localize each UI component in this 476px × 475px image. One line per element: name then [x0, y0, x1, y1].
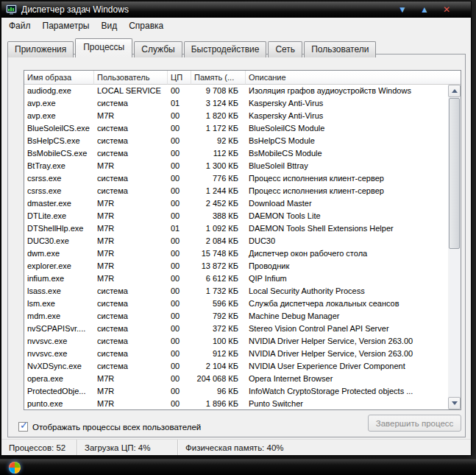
tab-processes[interactable]: Процессы: [75, 38, 132, 57]
menu-item-options[interactable]: Параметры: [37, 18, 96, 33]
cell-user: система: [94, 348, 168, 360]
process-row[interactable]: BsMobileCS.exeсистема00112 КБBsMobileCS …: [24, 147, 448, 160]
cell-memory: 2 084 КБ: [191, 235, 246, 247]
column-header-cpu[interactable]: ЦП: [168, 71, 191, 85]
process-row[interactable]: NvXDSync.exeсистема002 104 КБNVIDIA User…: [24, 360, 448, 373]
cell-user: M7R: [94, 197, 168, 210]
tab-performance[interactable]: Быстродействие: [184, 41, 267, 57]
cell-name: BtTray.exe: [24, 160, 94, 172]
cell-description: Диспетчер окон рабочего стола: [246, 247, 448, 260]
cell-description: BlueSoleilCS Module: [246, 122, 448, 135]
processes-tab-panel: Имя образаПользовательЦППамять (...Описа…: [7, 54, 466, 437]
maximize-button[interactable]: ▲: [413, 2, 436, 17]
cell-user: M7R: [94, 385, 168, 398]
process-row[interactable]: avp.exeM7R001 820 КБKaspersky Anti-Virus: [24, 110, 448, 122]
menu-item-view[interactable]: Вид: [95, 18, 123, 33]
column-header-name[interactable]: Имя образа: [24, 71, 94, 85]
process-row[interactable]: DUC30.exeM7R002 084 КБDUC30: [24, 235, 448, 247]
tab-users[interactable]: Пользователи: [304, 41, 376, 57]
process-row[interactable]: BsHelpCS.exeсистема0092 КБBsHelpCS Modul…: [24, 135, 448, 147]
cell-memory: 1 172 КБ: [191, 122, 246, 135]
process-row[interactable]: mdm.exeсистема00792 КБMachine Debug Mana…: [24, 310, 448, 323]
process-row[interactable]: explorer.exeM7R0013 872 КБПроводник: [24, 260, 448, 272]
cell-memory: 6 612 КБ: [191, 272, 246, 285]
scroll-up-button[interactable]: [448, 85, 461, 97]
cell-user: M7R: [94, 247, 168, 260]
column-header-memory[interactable]: Память (...: [191, 71, 246, 85]
cell-cpu: 00: [168, 122, 191, 135]
cell-description: Punto Switcher: [246, 398, 448, 409]
cell-user: система: [94, 360, 168, 373]
cell-user: система: [94, 335, 168, 348]
cell-name: dmaster.exe: [24, 197, 94, 210]
cell-memory: 912 КБ: [191, 348, 246, 360]
cell-description: NVIDIA Driver Helper Service, Version 26…: [246, 348, 448, 360]
vertical-scrollbar[interactable]: [448, 85, 461, 409]
cell-cpu: 00: [168, 185, 191, 197]
menu-item-file[interactable]: Файл: [3, 18, 37, 33]
checkbox-box[interactable]: ✓: [18, 422, 28, 432]
process-row[interactable]: audiodg.exeLOCAL SERVICE009 708 КБИзоляц…: [24, 85, 448, 97]
cell-user: LOCAL SERVICE: [94, 85, 168, 97]
cell-description: Kaspersky Anti-Virus: [246, 97, 448, 110]
arrow-up-icon: [452, 89, 458, 93]
process-row[interactable]: infium.exeM7R006 612 КБQIP Infium: [24, 272, 448, 285]
process-row[interactable]: nvvsvc.exeсистема00100 КБNVIDIA Driver H…: [24, 335, 448, 348]
process-row[interactable]: lsm.exeсистема00596 КБСлужба диспетчера …: [24, 298, 448, 310]
process-row[interactable]: ProtectedObje...M7R0096 КБInfoWatch Cryp…: [24, 385, 448, 398]
cell-name: avp.exe: [24, 97, 94, 110]
end-process-button[interactable]: Завершить процесс: [368, 415, 461, 432]
cell-description: DUC30: [246, 235, 448, 247]
cell-memory: 1 092 КБ: [191, 222, 246, 235]
process-rows: audiodg.exeLOCAL SERVICE009 708 КБИзоляц…: [24, 85, 448, 409]
cell-memory: 1 820 КБ: [191, 110, 246, 122]
cell-name: BsMobileCS.exe: [24, 147, 94, 160]
scroll-down-button[interactable]: [448, 397, 461, 409]
cell-name: lsm.exe: [24, 298, 94, 310]
cell-cpu: 00: [168, 197, 191, 210]
process-row[interactable]: BlueSoleilCS.exeсистема001 172 КБBlueSol…: [24, 122, 448, 135]
column-header-description[interactable]: Описание: [246, 71, 461, 85]
title-bar[interactable]: Диспетчер задач Windows ▼ ▲ ✕: [1, 1, 471, 18]
cell-description: Kaspersky Anti-Virus: [246, 110, 448, 122]
process-row[interactable]: nvSCPAPISvr....система00372 КБStereo Vis…: [24, 323, 448, 335]
tab-networking[interactable]: Сеть: [268, 41, 302, 57]
status-processes: Процессов: 52: [1, 440, 77, 455]
cell-memory: 1 732 КБ: [191, 285, 246, 298]
process-row[interactable]: nvvsvc.exeсистема00912 КБNVIDIA Driver H…: [24, 348, 448, 360]
column-header-user[interactable]: Пользователь: [94, 71, 168, 85]
cell-name: infium.exe: [24, 272, 94, 285]
menu-item-help[interactable]: Справка: [123, 18, 169, 33]
process-row[interactable]: opera.exeM7R00204 068 КБOpera Internet B…: [24, 373, 448, 385]
process-row[interactable]: punto.exeM7R001 896 КБPunto Switcher: [24, 398, 448, 409]
tab-services[interactable]: Службы: [134, 41, 182, 57]
cell-cpu: 00: [168, 260, 191, 272]
process-row[interactable]: avp.exeсистема013 124 КБKaspersky Anti-V…: [24, 97, 448, 110]
cell-user: M7R: [94, 260, 168, 272]
close-button[interactable]: ✕: [436, 2, 458, 17]
show-all-processes-checkbox[interactable]: ✓ Отображать процессы всех пользователей: [18, 422, 201, 432]
process-row[interactable]: dmaster.exeM7R002 452 КБDownload Master: [24, 197, 448, 210]
cell-memory: 372 КБ: [191, 323, 246, 335]
cell-name: explorer.exe: [24, 260, 94, 272]
start-button[interactable]: [9, 462, 21, 474]
process-row[interactable]: dwm.exeM7R0015 748 КБДиспетчер окон рабо…: [24, 247, 448, 260]
process-row[interactable]: DTLite.exeM7R00388 КБDAEMON Tools Lite: [24, 210, 448, 222]
cell-description: Процесс исполнения клиент-сервер: [246, 172, 448, 185]
cell-memory: 112 КБ: [191, 147, 246, 160]
process-row[interactable]: csrss.exeсистема001 244 КБПроцесс исполн…: [24, 185, 448, 197]
cell-name: punto.exe: [24, 398, 94, 409]
menu-bar: ФайлПараметрыВидСправка: [1, 18, 471, 34]
process-row[interactable]: DTShellHlp.exeM7R011 092 КБDAEMON Tools …: [24, 222, 448, 235]
cell-cpu: 00: [168, 285, 191, 298]
cell-user: система: [94, 298, 168, 310]
tab-applications[interactable]: Приложения: [7, 41, 74, 57]
minimize-button[interactable]: ▼: [391, 2, 413, 17]
cell-memory: 776 КБ: [191, 172, 246, 185]
scrollbar-thumb[interactable]: [449, 98, 460, 249]
process-row[interactable]: csrss.exeсистема00776 КБПроцесс исполнен…: [24, 172, 448, 185]
process-row[interactable]: lsass.exeсистема001 732 КБLocal Security…: [24, 285, 448, 298]
process-row[interactable]: BtTray.exeM7R001 300 КБBlueSoleil Bttray: [24, 160, 448, 172]
cell-memory: 2 104 КБ: [191, 360, 246, 373]
status-bar: Процессов: 52 Загрузка ЦП: 4% Физическая…: [1, 439, 471, 455]
